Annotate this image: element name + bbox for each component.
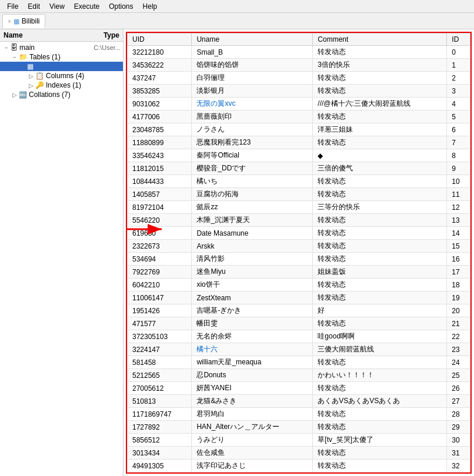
table-row[interactable]: 34536222馅饼味的馅饼3倍的快乐1 bbox=[128, 59, 470, 72]
table-row[interactable]: 3224147橘十六三傻大闹碧蓝航线23 bbox=[128, 343, 470, 356]
menu-options[interactable]: Options bbox=[104, 1, 138, 12]
cell-4-0: 9031062 bbox=[128, 98, 192, 110]
table-row[interactable]: 11880899恶魔我刚看完123转发动态7 bbox=[128, 136, 470, 149]
cell-30-2: 草[tv_笑哭]太傻了 bbox=[313, 434, 447, 447]
cell-24-1: william天星_meaqua bbox=[192, 356, 313, 369]
table-row[interactable]: 49491305浅字印记あさじ转发动态32 bbox=[128, 460, 470, 472]
table-row[interactable]: 6042210xio饼干转发动态18 bbox=[128, 279, 470, 291]
cell-25-3: 25 bbox=[447, 369, 470, 382]
table-row[interactable]: 2322673Arskk转发动态15 bbox=[128, 240, 470, 253]
cell-30-1: うみどり bbox=[192, 434, 313, 447]
table-row[interactable]: 9031062无限の翼xvc///@橘十六:三傻大闹碧蓝航线4 bbox=[128, 98, 470, 110]
table-row[interactable]: 32212180Small_B转发动态0 bbox=[128, 46, 470, 59]
table-row[interactable]: 5856512うみどり草[tv_笑哭]太傻了30 bbox=[128, 434, 470, 447]
tree-item-tables[interactable]: − 📁 Tables (1) bbox=[0, 52, 123, 62]
col-uid[interactable]: UID bbox=[128, 33, 192, 46]
left-panel-header: Name Type bbox=[0, 29, 123, 42]
expand-indexes-icon[interactable]: ▷ bbox=[27, 82, 35, 89]
tree-item-main[interactable]: − 🗄 main C:\User... bbox=[0, 43, 123, 52]
cell-24-2: 转发动态 bbox=[313, 356, 447, 369]
expand-main-icon[interactable]: − bbox=[2, 45, 11, 51]
table-row[interactable]: 23048785ノラさん洋葱三姐妹6 bbox=[128, 123, 470, 136]
cell-26-1: 妍茜YANEI bbox=[192, 382, 313, 395]
tree-item-indexes[interactable]: ▷ 🔑 Indexes (1) bbox=[0, 81, 123, 90]
cell-13-1: 木陲_沉渊于夏天 bbox=[192, 214, 313, 227]
table-row[interactable]: 581458william天星_meaqua转发动态24 bbox=[128, 356, 470, 369]
table-row[interactable]: 619630Date Masamune转发动态14 bbox=[128, 227, 470, 240]
cell-12-1: 懿辰zz bbox=[192, 201, 313, 214]
cell-1-0: 34536222 bbox=[128, 59, 192, 72]
cell-5-0: 4177006 bbox=[128, 110, 192, 123]
col-id[interactable]: ID bbox=[447, 33, 470, 46]
cell-24-0: 581458 bbox=[128, 356, 192, 369]
cell-23-3: 23 bbox=[447, 343, 470, 356]
table-row[interactable]: 1405857豆腐坊の拓海转发动态11 bbox=[128, 188, 470, 201]
menu-file[interactable]: File bbox=[2, 1, 23, 12]
tree-item-table[interactable]: − ▦ bbox=[0, 62, 123, 71]
table-row[interactable]: 10844433橘いち转发动态10 bbox=[128, 175, 470, 188]
cell-16-3: 16 bbox=[447, 253, 470, 266]
cell-2-0: 437247 bbox=[128, 72, 192, 85]
cell-14-0: 619630 bbox=[128, 227, 192, 240]
menu-help[interactable]: Help bbox=[138, 1, 162, 12]
cell-19-2: 转发动态 bbox=[313, 291, 447, 304]
cell-27-2: あくあVSあくあVSあくあ bbox=[313, 395, 447, 408]
tree-label-indexes: Indexes (1) bbox=[46, 81, 81, 89]
table-row[interactable]: 1727892HAN_Alterハン＿アルター转发动态29 bbox=[128, 421, 470, 434]
cell-26-3: 26 bbox=[447, 382, 470, 395]
col-uname[interactable]: Uname bbox=[192, 33, 313, 46]
table-row[interactable]: 27005612妍茜YANEI转发动态26 bbox=[128, 382, 470, 395]
table-icon: ▦ bbox=[27, 62, 34, 71]
expand-tables-icon[interactable]: − bbox=[11, 54, 19, 61]
tab-close-icon[interactable]: × bbox=[8, 18, 11, 25]
table-row[interactable]: 4177006黑蔷薇刻印转发动态5 bbox=[128, 110, 470, 123]
expand-collations-icon[interactable]: ▷ bbox=[11, 92, 19, 98]
table-row[interactable]: 11812015樱骏音_DDです三倍的傻气9 bbox=[128, 162, 470, 175]
cell-31-2: 转发动态 bbox=[313, 447, 447, 460]
data-grid-container[interactable]: UID Uname Comment ID 32212180Small_B转发动态… bbox=[126, 32, 472, 474]
tab-grid-icon: ▦ bbox=[14, 18, 19, 25]
cell-23-0: 3224147 bbox=[128, 343, 192, 356]
expand-table-icon[interactable]: − bbox=[19, 63, 27, 70]
cell-11-0: 1405857 bbox=[128, 188, 192, 201]
cell-25-1: 忍Donuts bbox=[192, 369, 313, 382]
menu-execute[interactable]: Execute bbox=[69, 1, 104, 12]
cell-0-2: 转发动态 bbox=[313, 46, 447, 59]
table-row[interactable]: 33546243秦阿等Official◆8 bbox=[128, 149, 470, 162]
cell-25-2: かわいい！！！！ bbox=[313, 369, 447, 382]
bilibili-tab[interactable]: × ▦ Bilibili bbox=[2, 14, 45, 28]
table-row[interactable]: 471577幡田雯转发动态21 bbox=[128, 317, 470, 330]
menu-edit[interactable]: Edit bbox=[23, 1, 45, 12]
type-col-header: Type bbox=[104, 31, 119, 39]
cell-18-3: 18 bbox=[447, 279, 470, 291]
cell-7-1: 恶魔我刚看完123 bbox=[192, 136, 313, 149]
expand-columns-icon[interactable]: ▷ bbox=[27, 73, 35, 79]
table-row[interactable]: 11006147ZestXteam转发动态19 bbox=[128, 291, 470, 304]
menu-view[interactable]: View bbox=[45, 1, 69, 12]
cell-10-1: 橘いち bbox=[192, 175, 313, 188]
table-row[interactable]: 5546220木陲_沉渊于夏天转发动态13 bbox=[128, 214, 470, 227]
tree-item-collations[interactable]: ▷ 🔤 Collations (7) bbox=[0, 90, 123, 99]
col-comment[interactable]: Comment bbox=[313, 33, 447, 46]
table-row[interactable]: 81972104懿辰zz三等分的快乐12 bbox=[128, 201, 470, 214]
table-row[interactable]: 1951426吉嗯基-ぎかき好20 bbox=[128, 304, 470, 317]
cell-17-2: 姐妹盖饭 bbox=[313, 266, 447, 279]
cell-21-1: 幡田雯 bbox=[192, 317, 313, 330]
cell-11-2: 转发动态 bbox=[313, 188, 447, 201]
table-row[interactable]: 3013434佐仓咸鱼转发动态31 bbox=[128, 447, 470, 460]
table-row[interactable]: 3853285淡影银月转发动态3 bbox=[128, 85, 470, 98]
table-row[interactable]: 437247白羽俪理转发动态2 bbox=[128, 72, 470, 85]
cell-28-3: 28 bbox=[447, 408, 470, 421]
menubar: File Edit View Execute Options Help bbox=[0, 0, 474, 13]
cell-28-2: 转发动态 bbox=[313, 408, 447, 421]
cell-9-3: 9 bbox=[447, 162, 470, 175]
table-row[interactable]: 510813龙猫&みさきあくあVSあくあVSあくあ27 bbox=[128, 395, 470, 408]
table-row[interactable]: 1171869747君羽鸠白转发动态28 bbox=[128, 408, 470, 421]
grid-header-row: UID Uname Comment ID bbox=[128, 33, 470, 46]
table-row[interactable]: 534694清风竹影转发动态16 bbox=[128, 253, 470, 266]
tree-item-columns[interactable]: ▷ 📋 Columns (4) bbox=[0, 71, 123, 81]
table-row[interactable]: 5212565忍Donutsかわいい！！！！25 bbox=[128, 369, 470, 382]
cell-11-1: 豆腐坊の拓海 bbox=[192, 188, 313, 201]
table-row[interactable]: 7922769迷鱼Miyu姐妹盖饭17 bbox=[128, 266, 470, 279]
table-row[interactable]: 372305103无名的余烬哇good啊啊22 bbox=[128, 330, 470, 343]
